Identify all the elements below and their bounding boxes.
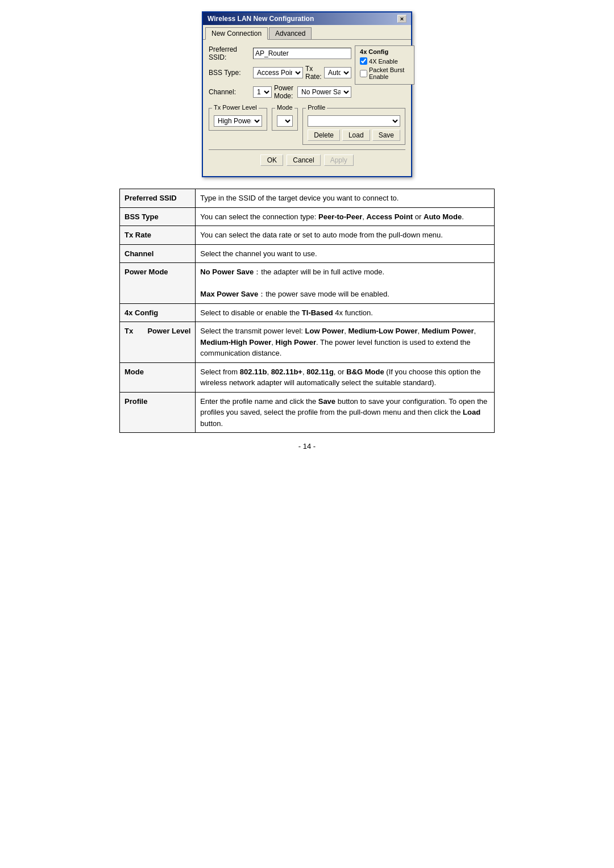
dialog-titlebar: Wireless LAN New Configuration × [203, 12, 411, 25]
tx-power-select[interactable]: High Power [214, 115, 262, 127]
packet-burst-label: Packet Burst Enable [369, 66, 409, 80]
tab-new-connection[interactable]: New Connection [205, 27, 268, 40]
description-table: Preferred SSID Type in the SSID of the t… [119, 189, 495, 433]
delete-button[interactable]: Delete [308, 130, 340, 141]
tx-power-section-label: Tx Power Level [212, 104, 259, 111]
bss-type-select[interactable]: Access Point [253, 67, 303, 78]
preferred-ssid-label: Preferred SSID: [209, 45, 253, 61]
bss-type-row: BSS Type: Access Point Tx Rate: Auto [209, 65, 351, 81]
profile-select[interactable] [308, 115, 400, 127]
mode-select[interactable] [277, 115, 293, 127]
desc-bss-type: You can select the connection type: Peer… [196, 207, 495, 226]
desc-mode: Select from 802.11b, 802.11b+, 802.11g, … [196, 362, 495, 392]
term-channel: Channel [120, 244, 196, 263]
mode-section-label: Mode [275, 104, 294, 111]
fourgx-enable-row: 4X Enable [360, 57, 409, 65]
desc-tx-rate: You can select the data rate or set to a… [196, 226, 495, 245]
tx-rate-select[interactable]: Auto [324, 67, 351, 78]
dialog-body: Preferred SSID: BSS Type: Access Point T… [203, 40, 411, 176]
load-button[interactable]: Load [342, 130, 370, 141]
save-button[interactable]: Save [372, 130, 400, 141]
preferred-ssid-input[interactable] [253, 48, 351, 59]
desc-power-mode: No Power Save：the adapter will be in ful… [196, 263, 495, 304]
dialog-title: Wireless LAN New Configuration [208, 15, 314, 23]
packet-burst-checkbox[interactable] [360, 70, 367, 77]
dialog-close-button[interactable]: × [397, 15, 406, 23]
table-row: Tx Power Level Select the transmit power… [120, 322, 495, 363]
dialog-footer: OK Cancel Apply [209, 149, 405, 170]
desc-channel: Select the channel you want to use. [196, 244, 495, 263]
term-bss-type: BSS Type [120, 207, 196, 226]
power-mode-label: Power Mode: [274, 84, 295, 100]
table-row: Mode Select from 802.11b, 802.11b+, 802.… [120, 362, 495, 392]
profile-section-label: Profile [306, 104, 327, 111]
fourgx-title: 4x Config [360, 48, 409, 55]
fourgx-enable-checkbox[interactable] [360, 57, 367, 65]
term-4x-config: 4x Config [120, 303, 196, 322]
channel-label: Channel: [209, 88, 253, 96]
channel-select[interactable]: 1 [253, 86, 272, 98]
table-wrapper: Preferred SSID Type in the SSID of the t… [11, 189, 603, 433]
term-profile: Profile [120, 392, 196, 433]
table-row: Channel Select the channel you want to u… [120, 244, 495, 263]
table-row: 4x Config Select to disable or enable th… [120, 303, 495, 322]
tab-advanced[interactable]: Advanced [269, 27, 312, 39]
fourgx-enable-label: 4X Enable [369, 58, 398, 65]
desc-preferred-ssid: Type in the SSID of the target device yo… [196, 189, 495, 208]
desc-profile: Enter the profile name and click the Sav… [196, 392, 495, 433]
ok-button[interactable]: OK [260, 155, 283, 166]
dialog-wrapper: Wireless LAN New Configuration × New Con… [11, 11, 603, 177]
packet-burst-row: Packet Burst Enable [360, 66, 409, 80]
page-number: - 14 - [11, 442, 603, 450]
term-tx-rate: Tx Rate [120, 226, 196, 245]
term-power-mode: Power Mode [120, 263, 196, 304]
apply-button[interactable]: Apply [324, 155, 354, 166]
term-preferred-ssid: Preferred SSID [120, 189, 196, 208]
channel-row: Channel: 1 Power Mode: No Power Save [209, 84, 351, 100]
table-row: BSS Type You can select the connection t… [120, 207, 495, 226]
cancel-button[interactable]: Cancel [287, 155, 320, 166]
table-row: Power Mode No Power Save：the adapter wil… [120, 263, 495, 304]
term-tx-power: Tx Power Level [120, 322, 196, 363]
desc-tx-power: Select the transmit power level: Low Pow… [196, 322, 495, 363]
table-row: Profile Enter the profile name and click… [120, 392, 495, 433]
wireless-lan-dialog: Wireless LAN New Configuration × New Con… [202, 11, 412, 177]
preferred-ssid-row: Preferred SSID: [209, 45, 351, 61]
bss-type-label: BSS Type: [209, 69, 253, 77]
dialog-tabs: New Connection Advanced [203, 25, 411, 40]
power-mode-select[interactable]: No Power Save [297, 86, 351, 98]
table-row: Preferred SSID Type in the SSID of the t… [120, 189, 495, 208]
desc-4x-config: Select to disable or enable the TI-Based… [196, 303, 495, 322]
table-row: Tx Rate You can select the data rate or … [120, 226, 495, 245]
term-mode: Mode [120, 362, 196, 392]
tx-rate-label: Tx Rate: [305, 65, 322, 81]
